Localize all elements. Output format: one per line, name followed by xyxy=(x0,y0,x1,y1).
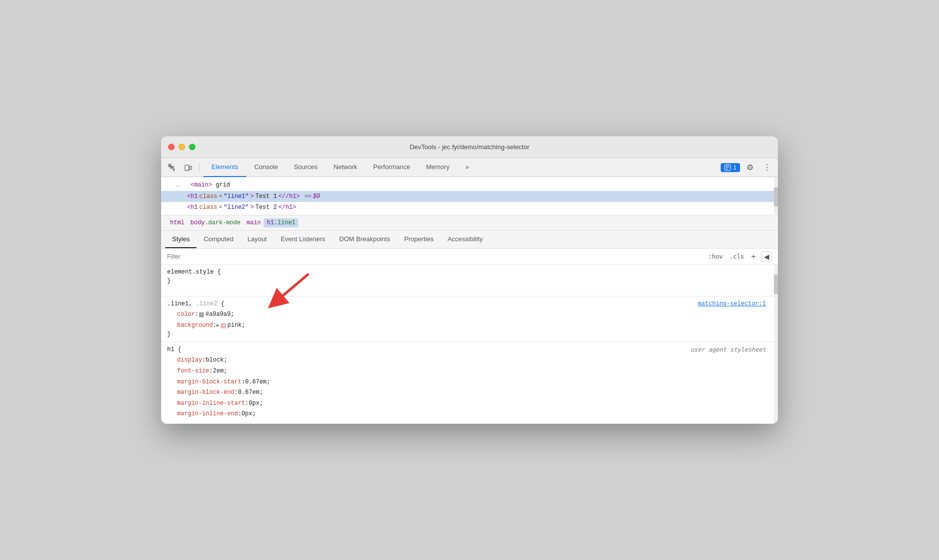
color-swatch-pink[interactable] xyxy=(221,323,226,328)
dom-more-button[interactable]: … xyxy=(173,181,183,189)
dom-row-h1-line1[interactable]: <h1 class="line1"> Test 1 <//h1> == $0 xyxy=(161,191,778,202)
css-source-user-agent: user agent stylesheet xyxy=(690,346,766,353)
dom-scrollbar[interactable] xyxy=(774,177,778,215)
filter-buttons: :hov .cls + ◀ xyxy=(706,251,772,262)
window-title: DevTools - jec.fyi/demo/matching-selecto… xyxy=(410,143,530,151)
devtools-window: DevTools - jec.fyi/demo/matching-selecto… xyxy=(161,136,778,424)
tab-elements[interactable]: Elements xyxy=(203,158,246,177)
css-prop-display: display : block; xyxy=(167,355,772,366)
css-prop-margin-block-start: margin-block-start : 0.67em; xyxy=(167,377,772,388)
toggle-sidebar-button[interactable]: ◀ xyxy=(761,251,772,262)
css-prop-color: color : #a9a9a9; xyxy=(167,309,772,320)
breadcrumb-h1[interactable]: h1.line1 xyxy=(264,218,298,227)
css-prop-background: background : ▶ pink; xyxy=(167,320,772,331)
dom-scrollbar-thumb xyxy=(774,187,778,207)
dom-row-main[interactable]: … <main> grid xyxy=(161,179,778,191)
inspect-element-button[interactable] xyxy=(165,161,179,175)
devtools-toolbar: Elements Console Sources Network Perform… xyxy=(161,158,778,177)
background-expand-arrow[interactable]: ▶ xyxy=(216,321,219,330)
maximize-button[interactable] xyxy=(189,144,195,150)
tab-sources[interactable]: Sources xyxy=(286,158,326,177)
tab-memory[interactable]: Memory xyxy=(418,158,458,177)
svg-point-3 xyxy=(187,169,188,170)
titlebar: DevTools - jec.fyi/demo/matching-selecto… xyxy=(161,136,778,158)
css-prop-margin-block-end: margin-block-end : 0.67em; xyxy=(167,387,772,398)
dom-row-h1-line2[interactable]: <h1 class="line2"> Test 2 </h1> xyxy=(161,202,778,213)
css-prop-margin-inline-start: margin-inline-start : 0px; xyxy=(167,398,772,409)
toolbar-divider xyxy=(199,163,199,173)
tab-accessibility[interactable]: Accessibility xyxy=(441,231,490,248)
css-rule-line1-line2: .line1, .line2 { matching-selector:1 col… xyxy=(161,296,778,342)
filter-input[interactable] xyxy=(167,253,702,260)
tab-computed[interactable]: Computed xyxy=(196,231,240,248)
traffic-lights xyxy=(168,144,195,150)
css-prop-font-size: font-size : 2em; xyxy=(167,366,772,377)
css-selector-h1: h1 { xyxy=(167,346,772,353)
close-button[interactable] xyxy=(168,144,175,150)
tab-more[interactable]: » xyxy=(458,158,477,177)
main-tabs: Elements Console Sources Network Perform… xyxy=(203,158,719,177)
toolbar-right: 1 ⚙ ⋮ xyxy=(721,161,774,175)
breadcrumb: html body.dark-mode main h1.line1 xyxy=(161,215,778,231)
breadcrumb-body[interactable]: body.dark-mode xyxy=(188,218,244,227)
tab-properties[interactable]: Properties xyxy=(397,231,441,248)
svg-rect-2 xyxy=(189,166,191,170)
hov-button[interactable]: :hov xyxy=(706,252,725,261)
css-rule-element-style: element.style { } xyxy=(161,265,778,296)
minimize-button[interactable] xyxy=(179,144,185,150)
breadcrumb-html[interactable]: html xyxy=(167,218,188,227)
device-toggle-button[interactable] xyxy=(181,161,195,175)
dom-tree: … <main> grid <h1 class="line1"> Test 1 … xyxy=(161,177,778,215)
css-selector-line1-line2: .line1, .line2 { xyxy=(167,300,772,307)
styles-tabs-bar: Styles Computed Layout Event Listeners D… xyxy=(161,231,778,249)
tab-network[interactable]: Network xyxy=(326,158,366,177)
cls-button[interactable]: .cls xyxy=(728,252,746,261)
css-rule-h1: h1 { user agent stylesheet display : blo… xyxy=(161,342,778,424)
tab-styles[interactable]: Styles xyxy=(165,231,196,248)
css-rules-panel: element.style { } .line1, .line2 { match… xyxy=(161,265,778,424)
tab-console[interactable]: Console xyxy=(246,158,286,177)
tab-dom-breakpoints[interactable]: DOM Breakpoints xyxy=(332,231,397,248)
tab-layout[interactable]: Layout xyxy=(240,231,274,248)
tab-performance[interactable]: Performance xyxy=(365,158,418,177)
tab-event-listeners[interactable]: Event Listeners xyxy=(274,231,332,248)
dom-panel: … <main> grid <h1 class="line1"> Test 1 … xyxy=(161,177,778,215)
css-selector-element-style: element.style { xyxy=(167,269,772,276)
add-style-button[interactable]: + xyxy=(749,252,758,261)
filter-bar: :hov .cls + ◀ xyxy=(161,249,778,265)
color-swatch-gray[interactable] xyxy=(199,312,204,317)
more-options-button[interactable]: ⋮ xyxy=(760,161,774,175)
css-prop-margin-inline-end: margin-inline-end : 0px; xyxy=(167,409,772,420)
styles-scrollbar-thumb xyxy=(774,275,778,294)
css-source-matching-selector[interactable]: matching-selector:1 xyxy=(698,300,766,307)
styles-scrollbar[interactable] xyxy=(774,265,778,424)
notification-badge[interactable]: 1 xyxy=(721,163,740,172)
breadcrumb-main[interactable]: main xyxy=(244,218,264,227)
settings-button[interactable]: ⚙ xyxy=(743,161,757,175)
